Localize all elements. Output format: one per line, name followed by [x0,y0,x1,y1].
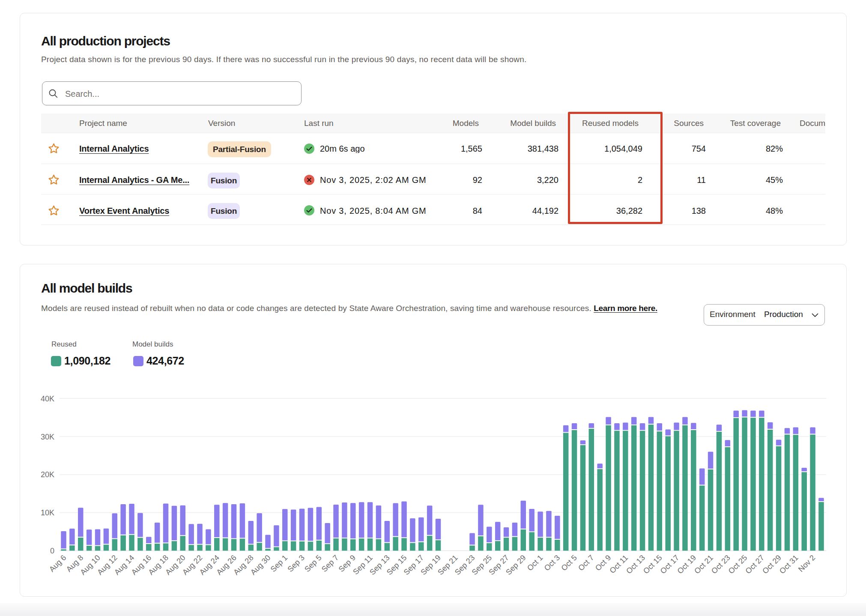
svg-text:Oct 31: Oct 31 [778,553,800,576]
svg-text:Oct 3: Oct 3 [543,553,562,573]
svg-text:Oct 29: Oct 29 [761,553,783,576]
svg-text:Oct 7: Oct 7 [576,553,596,573]
svg-text:Oct 13: Oct 13 [624,553,647,576]
svg-text:Oct 19: Oct 19 [675,553,698,576]
svg-text:40K: 40K [41,395,54,403]
svg-text:Oct 23: Oct 23 [710,553,732,576]
svg-text:Oct 1: Oct 1 [526,553,545,573]
svg-text:Sep 7: Sep 7 [320,553,340,574]
svg-text:Oct 17: Oct 17 [659,553,681,576]
svg-text:Aug 6: Aug 6 [48,553,68,574]
svg-text:Sep 5: Sep 5 [303,553,323,574]
svg-text:10K: 10K [41,508,54,517]
svg-text:20K: 20K [41,470,54,479]
svg-text:Oct 21: Oct 21 [693,553,715,576]
svg-text:Sep 3: Sep 3 [286,553,306,574]
svg-text:30K: 30K [41,433,54,441]
svg-text:Oct 25: Oct 25 [727,553,749,576]
svg-text:Oct 5: Oct 5 [559,553,579,573]
svg-text:Sep 1: Sep 1 [269,553,289,574]
svg-text:Oct 27: Oct 27 [744,553,766,576]
svg-text:Oct 15: Oct 15 [642,553,664,576]
svg-text:Nov 2: Nov 2 [797,553,817,574]
svg-text:0: 0 [50,547,54,555]
